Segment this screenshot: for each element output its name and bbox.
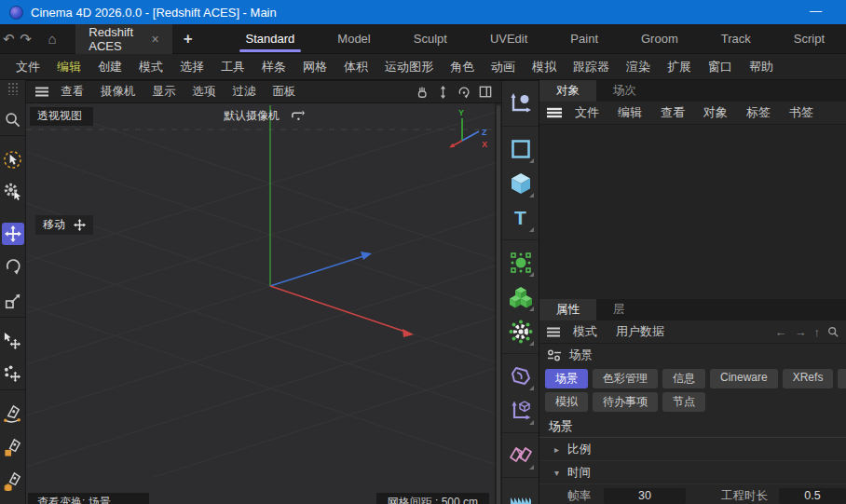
camera-label-group[interactable]: 默认摄像机 <box>224 108 305 124</box>
move-tool-button[interactable] <box>2 223 24 245</box>
poly-pen-button[interactable] <box>2 470 24 492</box>
scene-tools-button[interactable] <box>506 484 536 504</box>
object-menu-item[interactable]: 查看 <box>651 104 694 121</box>
attribute-tab-button[interactable]: 场景 <box>545 369 588 388</box>
object-menu-item[interactable]: 书签 <box>780 104 823 121</box>
spline-primitive-button[interactable] <box>506 133 536 165</box>
viewport-menu-item[interactable]: 过滤 <box>225 84 265 100</box>
fps-field[interactable]: 30 <box>604 488 686 504</box>
attribute-menu-item[interactable]: 用户数据 <box>607 323 674 340</box>
viewport-menu-item[interactable]: 面板 <box>265 84 305 100</box>
pan-hand-icon[interactable] <box>416 86 429 99</box>
generator-button[interactable] <box>506 247 536 279</box>
layout-tab[interactable]: Groom <box>620 24 700 53</box>
menu-item[interactable]: 运动图形 <box>376 59 442 75</box>
viewport-menu-item[interactable]: 显示 <box>144 84 184 100</box>
home-icon[interactable]: ⌂ <box>44 31 61 47</box>
viewport-menu-item[interactable]: 查看 <box>52 84 92 100</box>
attribute-tab-button[interactable]: Cineware <box>710 369 778 388</box>
menu-item[interactable]: 文件 <box>7 59 48 75</box>
primitive-cube-button[interactable] <box>506 168 536 199</box>
attribute-tab-button[interactable]: XRefs <box>783 369 834 388</box>
hamburger-icon[interactable] <box>35 87 48 97</box>
object-list[interactable] <box>539 125 846 299</box>
object-menu-item[interactable]: 文件 <box>566 104 608 121</box>
menu-item[interactable]: 扩展 <box>659 59 700 75</box>
menu-item[interactable]: 渲染 <box>618 59 659 75</box>
object-menu-item[interactable]: 对象 <box>694 104 737 121</box>
parent-up-icon[interactable]: ↑ <box>814 325 821 339</box>
rotate-tool-button[interactable] <box>2 255 24 278</box>
effector-button[interactable] <box>506 316 536 347</box>
commander-search-button[interactable] <box>2 108 24 130</box>
dolly-zoom-icon[interactable] <box>437 86 449 99</box>
attribute-tab-button[interactable]: 待办事项 <box>593 392 658 412</box>
history-forward-icon[interactable]: → <box>795 325 807 339</box>
menu-item[interactable]: 网格 <box>294 59 335 75</box>
attribute-tab-button[interactable]: 动画 <box>838 369 846 388</box>
text-tool-button[interactable]: T <box>506 202 536 234</box>
palette-grip[interactable] <box>7 82 19 95</box>
points-move-tool-button[interactable] <box>2 362 24 385</box>
document-tab[interactable]: Redshift ACES × <box>75 24 171 54</box>
history-back-icon[interactable]: ← <box>775 325 787 339</box>
layout-tab[interactable]: Model <box>316 24 391 53</box>
scale-tool-button[interactable] <box>2 290 24 312</box>
attribute-tab-button[interactable]: 模拟 <box>545 392 588 412</box>
array-cloner-button[interactable] <box>506 281 536 313</box>
attribute-tab-button[interactable]: 信息 <box>662 369 705 388</box>
menu-item[interactable]: 样条 <box>253 59 294 75</box>
layout-tab[interactable]: Sculpt <box>392 24 469 53</box>
hamburger-icon[interactable] <box>547 107 562 118</box>
sketch-pen-button[interactable] <box>2 436 24 458</box>
viewport-canvas[interactable]: 透视视图 默认摄像机 <box>26 103 501 504</box>
project-duration-field[interactable]: 0.5 <box>779 488 846 504</box>
attribute-manager-tab[interactable]: 层 <box>596 299 642 320</box>
attribute-tab-button[interactable]: 色彩管理 <box>593 369 658 388</box>
section-time[interactable]: ▾ 时间 <box>539 461 846 484</box>
instance-button[interactable] <box>506 440 536 471</box>
layout-tab[interactable]: Script <box>772 24 846 53</box>
close-tab-icon[interactable]: × <box>151 32 158 47</box>
camera-swap-icon[interactable] <box>291 110 305 122</box>
menu-item[interactable]: 角色 <box>442 59 483 75</box>
menu-item[interactable]: 跟踪器 <box>565 59 618 75</box>
menu-item[interactable]: 创建 <box>89 59 130 75</box>
object-manager-tab[interactable]: 对象 <box>539 80 596 102</box>
object-manager-tab[interactable]: 场次 <box>596 80 653 102</box>
hamburger-icon[interactable] <box>547 327 560 337</box>
live-selection-button[interactable] <box>2 148 24 170</box>
attribute-manager-tab[interactable]: 属性 <box>539 299 596 320</box>
menu-item[interactable]: 动画 <box>483 59 524 75</box>
search-icon[interactable] <box>827 326 839 337</box>
menu-item[interactable]: 编辑 <box>48 59 89 75</box>
null-axis-button[interactable] <box>506 395 536 427</box>
menu-item[interactable]: 模式 <box>130 59 171 75</box>
select-move-tool-button[interactable] <box>2 330 24 352</box>
maximize-view-icon[interactable] <box>479 86 492 98</box>
menu-item[interactable]: 工具 <box>212 59 253 75</box>
menu-item[interactable]: 窗口 <box>700 59 741 75</box>
layout-tab[interactable]: Track <box>700 24 772 53</box>
minimize-button[interactable]: — <box>795 4 837 21</box>
section-scale[interactable]: ▸ 比例 <box>539 438 846 461</box>
viewport-scrollbar[interactable] <box>495 103 501 504</box>
menu-item[interactable]: 体积 <box>335 59 376 75</box>
attribute-menu-item[interactable]: 模式 <box>564 323 607 340</box>
view-name-label[interactable]: 透视视图 <box>30 107 93 126</box>
deformer-button[interactable] <box>506 361 536 392</box>
menu-item[interactable]: 选择 <box>171 59 212 75</box>
attribute-tab-button[interactable]: 节点 <box>662 392 705 412</box>
mode-sliders-icon[interactable] <box>547 349 562 361</box>
layout-tab[interactable]: UVEdit <box>469 24 549 53</box>
orbit-rotate-icon[interactable] <box>457 86 471 99</box>
add-tab-icon[interactable]: + <box>184 30 193 48</box>
tweak-tool-button[interactable] <box>2 180 24 202</box>
menu-item[interactable]: 模拟 <box>524 59 565 75</box>
undo-icon[interactable]: ↶ <box>0 31 17 48</box>
spline-pen-button[interactable] <box>2 402 24 425</box>
menu-item[interactable]: 帮助 <box>741 59 782 75</box>
redo-icon[interactable]: ↷ <box>17 31 34 48</box>
viewport-menu-item[interactable]: 摄像机 <box>92 84 144 100</box>
layout-tab[interactable]: Standard <box>225 24 317 53</box>
